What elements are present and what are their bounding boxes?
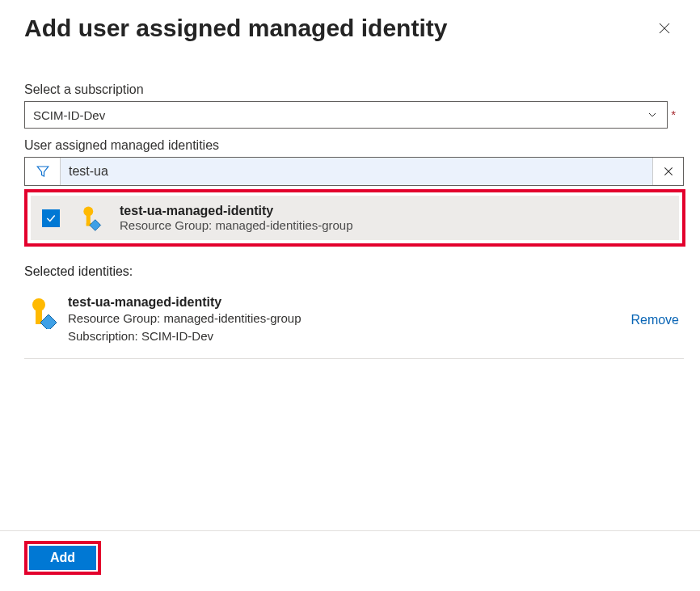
identity-name: test-ua-managed-identity	[120, 204, 353, 218]
svg-point-9	[32, 298, 45, 311]
selected-section: Selected identities: test-ua-managed-ide…	[24, 264, 676, 359]
close-button[interactable]	[653, 17, 676, 40]
identity-result-text: test-ua-managed-identity Resource Group:…	[120, 204, 353, 232]
filter-row	[24, 157, 684, 186]
footer-divider	[0, 530, 700, 531]
footer: Add	[24, 541, 101, 575]
selected-identity-rg: Resource Group: managed-identities-group	[68, 310, 619, 327]
subscription-value: SCIM-ID-Dev	[33, 108, 105, 122]
subscription-select[interactable]: SCIM-ID-Dev	[24, 101, 668, 129]
result-highlight: test-ua-managed-identity Resource Group:…	[24, 189, 685, 247]
close-icon	[657, 21, 672, 36]
svg-marker-2	[37, 167, 48, 176]
svg-marker-8	[90, 219, 101, 230]
check-icon	[45, 213, 57, 224]
clear-filter-button[interactable]	[652, 158, 683, 185]
identity-checkbox[interactable]	[42, 209, 60, 227]
header: Add user assigned managed identity	[24, 15, 676, 42]
managed-identity-icon	[76, 205, 103, 232]
svg-marker-12	[40, 314, 57, 329]
identity-result-row[interactable]: test-ua-managed-identity Resource Group:…	[31, 196, 679, 240]
selected-identity-subscription: Subscription: SCIM-ID-Dev	[68, 327, 619, 345]
identities-group: User assigned managed identities	[24, 138, 676, 247]
identities-label: User assigned managed identities	[24, 138, 676, 153]
add-button-highlight: Add	[24, 541, 101, 575]
chevron-down-icon	[646, 108, 659, 121]
selected-identity-row: test-ua-managed-identity Resource Group:…	[24, 289, 684, 359]
add-managed-identity-panel: Add user assigned managed identity Selec…	[0, 0, 700, 591]
filter-icon[interactable]	[25, 158, 61, 185]
remove-identity-link[interactable]: Remove	[630, 313, 684, 327]
subscription-label: Select a subscription	[24, 82, 676, 97]
svg-point-5	[83, 206, 93, 216]
filter-input[interactable]	[61, 158, 652, 185]
subscription-group: Select a subscription SCIM-ID-Dev *	[24, 82, 676, 129]
selected-identity-info: test-ua-managed-identity Resource Group:…	[68, 295, 619, 345]
identity-resource-group: Resource Group: managed-identities-group	[120, 218, 353, 232]
selected-identity-name: test-ua-managed-identity	[68, 295, 619, 310]
page-title: Add user assigned managed identity	[24, 15, 447, 42]
required-indicator: *	[671, 101, 676, 129]
managed-identity-icon	[24, 297, 57, 329]
selected-identities-label: Selected identities:	[24, 264, 676, 279]
add-button[interactable]: Add	[29, 546, 96, 570]
